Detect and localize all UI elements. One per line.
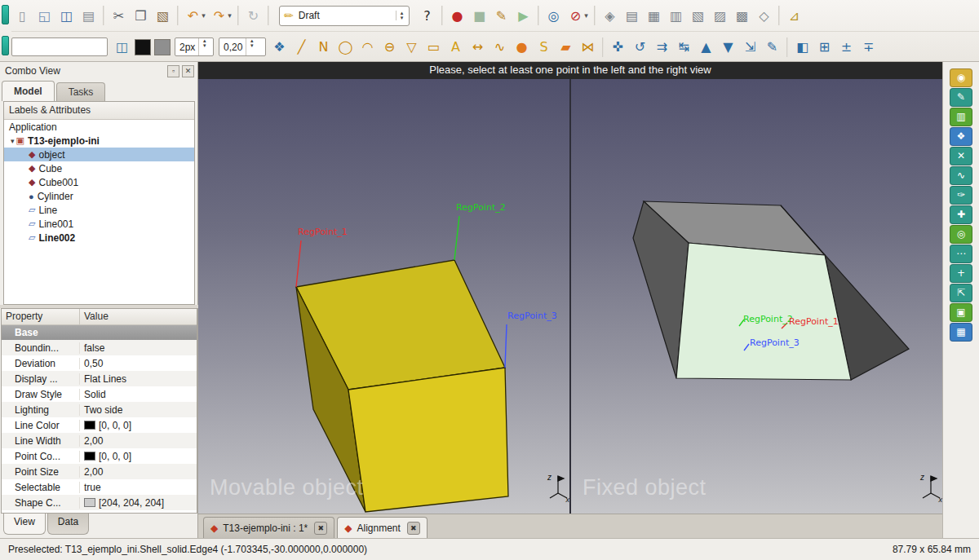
line-color-swatch[interactable] — [135, 39, 151, 55]
mdi-tab-alignment[interactable]: ◆ Alignment ✖ — [337, 517, 427, 538]
macro-play-icon[interactable]: ▶ — [512, 5, 534, 27]
new-document-icon[interactable]: ▯ — [11, 5, 33, 27]
toolbar-grip[interactable] — [2, 5, 9, 24]
draft-rectangle-icon[interactable]: ▭ — [423, 36, 445, 58]
macro-edit-icon[interactable]: ✎ — [490, 5, 512, 27]
draft-text-icon[interactable]: A — [445, 36, 467, 58]
property-row[interactable]: Line Width 2,00 — [2, 433, 197, 448]
spinner-down-icon[interactable]: ▾ — [203, 43, 206, 48]
draft-offset-icon[interactable]: ⇉ — [651, 36, 673, 58]
draft-downgrade-icon[interactable]: ▼ — [717, 36, 739, 58]
draft-upgrade-icon[interactable]: ▲ — [695, 36, 717, 58]
view-left-icon[interactable]: ▩ — [731, 5, 753, 27]
target-icon[interactable]: ◎ — [950, 225, 972, 244]
regpoint-label[interactable]: RegPoint_3 — [507, 311, 557, 321]
regpoint-label[interactable]: RegPoint_3 — [750, 337, 800, 348]
box-icon[interactable]: ▣ — [950, 303, 972, 322]
ellipsis-icon[interactable]: ⋯ — [950, 245, 972, 263]
refresh-icon[interactable]: ↻ — [242, 5, 264, 27]
grid-icon[interactable]: ▦ — [950, 323, 972, 342]
draft-bspline-icon[interactable]: ∿ — [489, 36, 511, 58]
draft-command-input[interactable] — [11, 37, 108, 56]
regpoint-label[interactable]: RegPoint_1 — [298, 227, 348, 237]
draft-scale-icon[interactable]: ⇲ — [739, 36, 761, 58]
view-right-icon[interactable]: ▥ — [665, 5, 687, 27]
tree-expander-icon[interactable]: ▾ — [11, 137, 15, 145]
line-width-spinner[interactable]: ▴ ▾ — [198, 38, 210, 55]
macro-stop-icon[interactable]: ■ — [468, 5, 490, 27]
regpoint-label[interactable]: RegPoint_1 — [789, 316, 839, 327]
viewport-fixed[interactable]: z x RegPoint_2 RegPoint_1 RegPoint_3 Fix… — [571, 79, 942, 514]
tree-item-document[interactable]: ▾ ▣ T13-ejemplo-ini — [4, 134, 194, 148]
draft-circle-icon[interactable]: ◯ — [334, 36, 357, 58]
redo-menu-arrow[interactable]: ▾ — [225, 5, 234, 27]
measure-distance-icon[interactable]: ⊿ — [783, 5, 805, 27]
cube-front-face[interactable] — [348, 368, 508, 512]
property-row[interactable]: Line Color [0, 0, 0] — [2, 417, 197, 433]
viewport-movable[interactable]: z x RegPoint_1 RegPoint_2 RegPoint_3 Mov… — [198, 79, 569, 514]
property-row[interactable]: Selectable true — [2, 479, 197, 495]
spinner-down-icon[interactable]: ▾ — [401, 15, 404, 20]
tree-item-line002[interactable]: ▱ Line002 — [4, 231, 194, 245]
draft-arc-icon[interactable]: ◠ — [357, 36, 379, 58]
toolbar-grip[interactable] — [2, 36, 9, 55]
draft-edit-icon[interactable]: ✎ — [761, 36, 783, 58]
mdi-tab-document[interactable]: ◆ T13-ejemplo-ini : 1* ✖ — [203, 517, 334, 538]
draft-facebinder-icon[interactable]: ▰ — [555, 36, 577, 58]
draft-wire-icon[interactable]: N — [312, 36, 334, 58]
draft-rotate-icon[interactable]: ↺ — [629, 36, 651, 58]
spinner-down-icon[interactable]: ▾ — [250, 43, 254, 48]
brush-icon[interactable]: ✑ — [950, 186, 972, 205]
draft-point-icon[interactable]: ● — [511, 36, 533, 58]
view-top-icon[interactable]: ▦ — [643, 5, 665, 27]
property-row[interactable]: Point Co... [0, 0, 0] — [2, 448, 197, 464]
close-tab-icon[interactable]: ✖ — [407, 522, 420, 535]
face-color-swatch[interactable] — [154, 39, 171, 55]
tab-view[interactable]: View — [3, 514, 46, 535]
workbench-spinner[interactable]: ▴ ▾ — [396, 11, 407, 20]
draft-shapestring-icon[interactable]: S — [533, 36, 555, 58]
close-cross-icon[interactable]: ✕ — [950, 147, 972, 165]
property-row[interactable]: Lighting Two side — [2, 402, 197, 417]
add-icon[interactable]: + — [950, 264, 972, 283]
whats-this-icon[interactable]: ? — [416, 5, 438, 27]
draft-move-icon[interactable]: ✜ — [607, 36, 629, 58]
print-icon[interactable]: ▤ — [78, 5, 100, 27]
draft-line-icon[interactable]: ╱ — [290, 36, 312, 58]
zoom-fit-icon[interactable]: ◎ — [543, 5, 565, 27]
draft-ellipse-icon[interactable]: ⊖ — [379, 36, 401, 58]
scale-spinner[interactable]: ▴ ▾ — [246, 38, 257, 55]
transform-icon[interactable]: ⇱ — [950, 284, 972, 302]
plus-cross-icon[interactable]: ✚ — [950, 205, 972, 224]
tab-tasks[interactable]: Tasks — [56, 82, 106, 101]
property-group-base[interactable]: Base — [2, 325, 197, 340]
window-icon[interactable]: ❖ — [950, 127, 972, 146]
cut-icon[interactable]: ✂ — [108, 5, 130, 27]
draft-mirror-icon[interactable]: ⋈ — [577, 36, 599, 58]
close-panel-icon[interactable]: ✕ — [182, 65, 194, 77]
tree-item-cube[interactable]: ◆ Cube — [4, 161, 194, 175]
draft-dimension-icon[interactable]: ↔ — [467, 36, 489, 58]
regpoint-label[interactable]: RegPoint_2 — [743, 314, 793, 324]
scale-spinbox[interactable]: 0,20 ▴ ▾ — [219, 37, 266, 56]
paste-icon[interactable]: ▧ — [152, 5, 174, 27]
draw-style-menu-arrow[interactable]: ▾ — [582, 5, 591, 27]
workbench-selector[interactable]: ✏ Draft ▴ ▾ — [279, 6, 410, 26]
curve-icon[interactable]: ∿ — [950, 166, 972, 185]
tree-item-cube001[interactable]: ◆ Cube001 — [4, 175, 194, 189]
tree-item-application[interactable]: Application — [4, 120, 194, 134]
close-tab-icon[interactable]: ✖ — [314, 522, 327, 535]
property-row[interactable]: Point Size 2,00 — [2, 464, 197, 479]
property-row[interactable]: Draw Style Solid — [2, 386, 197, 402]
draft-polygon-icon[interactable]: ▽ — [401, 36, 423, 58]
tree-item-object[interactable]: ◆ object — [4, 148, 194, 161]
property-row[interactable]: Shape C... [204, 204, 204] — [2, 495, 197, 510]
line-width-select[interactable]: 2px ▴ ▾ — [175, 37, 214, 56]
padlock-icon[interactable]: ◉ — [950, 68, 972, 87]
view-isometric-icon[interactable]: ◈ — [599, 5, 621, 27]
property-row[interactable]: Deviation 0,50 — [2, 355, 197, 371]
view-bottom-icon[interactable]: ▨ — [709, 5, 731, 27]
shell-highlighted-face[interactable] — [676, 243, 851, 380]
tab-model[interactable]: Model — [2, 81, 55, 101]
chart-icon[interactable]: ▥ — [950, 108, 972, 126]
